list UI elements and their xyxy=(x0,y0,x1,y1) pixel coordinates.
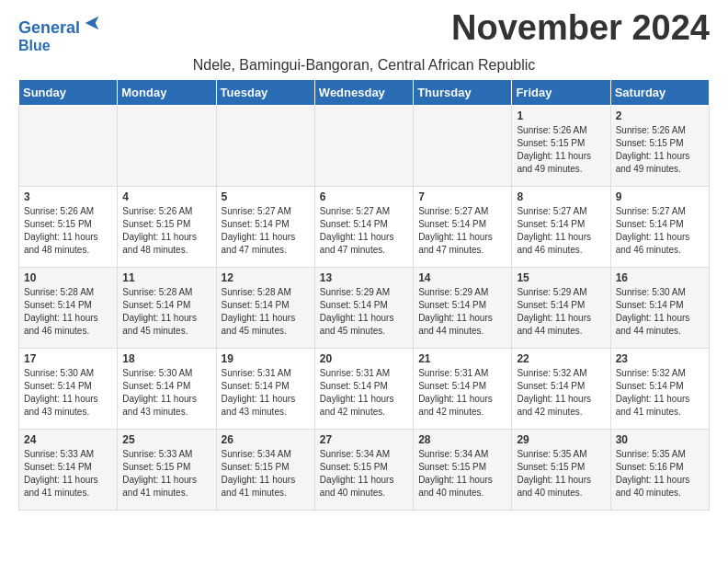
day-number: 17 xyxy=(24,352,112,365)
day-cell: 12Sunrise: 5:28 AM Sunset: 5:14 PM Dayli… xyxy=(216,268,314,349)
month-title: November 2024 xyxy=(451,9,710,48)
day-info: Sunrise: 5:33 AM Sunset: 5:15 PM Dayligh… xyxy=(122,448,210,500)
day-number: 1 xyxy=(517,109,605,122)
day-info: Sunrise: 5:35 AM Sunset: 5:16 PM Dayligh… xyxy=(616,448,704,500)
day-number: 26 xyxy=(222,433,310,446)
day-info: Sunrise: 5:29 AM Sunset: 5:14 PM Dayligh… xyxy=(517,286,605,338)
day-number: 20 xyxy=(320,352,408,365)
day-number: 5 xyxy=(222,190,310,203)
day-info: Sunrise: 5:31 AM Sunset: 5:14 PM Dayligh… xyxy=(418,367,506,419)
day-cell: 28Sunrise: 5:34 AM Sunset: 5:15 PM Dayli… xyxy=(414,430,512,511)
calendar-header: Sunday Monday Tuesday Wednesday Thursday… xyxy=(19,80,710,106)
day-number: 6 xyxy=(320,190,408,203)
header-row: Sunday Monday Tuesday Wednesday Thursday… xyxy=(19,80,710,106)
logo-arrow-icon xyxy=(82,13,102,33)
day-number: 19 xyxy=(222,352,310,365)
day-number: 25 xyxy=(122,433,210,446)
day-cell: 27Sunrise: 5:34 AM Sunset: 5:15 PM Dayli… xyxy=(314,430,413,511)
day-info: Sunrise: 5:32 AM Sunset: 5:14 PM Dayligh… xyxy=(616,367,704,419)
day-info: Sunrise: 5:31 AM Sunset: 5:14 PM Dayligh… xyxy=(320,367,408,419)
day-cell xyxy=(216,106,314,187)
day-number: 4 xyxy=(122,190,210,203)
day-cell xyxy=(19,106,118,187)
day-info: Sunrise: 5:27 AM Sunset: 5:14 PM Dayligh… xyxy=(222,205,310,257)
day-info: Sunrise: 5:29 AM Sunset: 5:14 PM Dayligh… xyxy=(418,286,506,338)
day-number: 29 xyxy=(517,433,605,446)
week-row-0: 1Sunrise: 5:26 AM Sunset: 5:15 PM Daylig… xyxy=(19,106,710,187)
day-info: Sunrise: 5:28 AM Sunset: 5:14 PM Dayligh… xyxy=(24,286,112,338)
svg-marker-0 xyxy=(85,17,99,30)
day-cell: 6Sunrise: 5:27 AM Sunset: 5:14 PM Daylig… xyxy=(314,187,413,268)
day-number: 28 xyxy=(418,433,506,446)
calendar-table: Sunday Monday Tuesday Wednesday Thursday… xyxy=(18,79,710,511)
day-cell: 30Sunrise: 5:35 AM Sunset: 5:16 PM Dayli… xyxy=(610,430,709,511)
day-cell: 19Sunrise: 5:31 AM Sunset: 5:14 PM Dayli… xyxy=(216,349,314,430)
day-info: Sunrise: 5:34 AM Sunset: 5:15 PM Dayligh… xyxy=(418,448,506,500)
day-info: Sunrise: 5:33 AM Sunset: 5:14 PM Dayligh… xyxy=(24,448,112,500)
day-cell: 7Sunrise: 5:27 AM Sunset: 5:14 PM Daylig… xyxy=(414,187,512,268)
day-cell: 21Sunrise: 5:31 AM Sunset: 5:14 PM Dayli… xyxy=(414,349,512,430)
day-cell: 2Sunrise: 5:26 AM Sunset: 5:15 PM Daylig… xyxy=(610,106,709,187)
day-info: Sunrise: 5:30 AM Sunset: 5:14 PM Dayligh… xyxy=(122,367,210,419)
day-cell: 17Sunrise: 5:30 AM Sunset: 5:14 PM Dayli… xyxy=(19,349,118,430)
day-number: 18 xyxy=(122,352,210,365)
day-info: Sunrise: 5:26 AM Sunset: 5:15 PM Dayligh… xyxy=(616,124,704,176)
day-number: 7 xyxy=(418,190,506,203)
day-info: Sunrise: 5:27 AM Sunset: 5:14 PM Dayligh… xyxy=(517,205,605,257)
day-cell: 25Sunrise: 5:33 AM Sunset: 5:15 PM Dayli… xyxy=(118,430,216,511)
col-saturday: Saturday xyxy=(610,80,709,106)
day-number: 24 xyxy=(24,433,112,446)
day-cell xyxy=(118,106,216,187)
day-number: 27 xyxy=(320,433,408,446)
day-info: Sunrise: 5:30 AM Sunset: 5:14 PM Dayligh… xyxy=(616,286,704,338)
day-number: 14 xyxy=(418,271,506,284)
day-info: Sunrise: 5:27 AM Sunset: 5:14 PM Dayligh… xyxy=(616,205,704,257)
col-tuesday: Tuesday xyxy=(216,80,314,106)
calendar-body: 1Sunrise: 5:26 AM Sunset: 5:15 PM Daylig… xyxy=(19,106,710,511)
day-cell: 15Sunrise: 5:29 AM Sunset: 5:14 PM Dayli… xyxy=(512,268,610,349)
day-cell: 24Sunrise: 5:33 AM Sunset: 5:14 PM Dayli… xyxy=(19,430,118,511)
day-number: 23 xyxy=(616,352,704,365)
day-info: Sunrise: 5:28 AM Sunset: 5:14 PM Dayligh… xyxy=(222,286,310,338)
day-info: Sunrise: 5:28 AM Sunset: 5:14 PM Dayligh… xyxy=(122,286,210,338)
day-info: Sunrise: 5:27 AM Sunset: 5:14 PM Dayligh… xyxy=(418,205,506,257)
week-row-1: 3Sunrise: 5:26 AM Sunset: 5:15 PM Daylig… xyxy=(19,187,710,268)
day-cell: 23Sunrise: 5:32 AM Sunset: 5:14 PM Dayli… xyxy=(610,349,709,430)
week-row-2: 10Sunrise: 5:28 AM Sunset: 5:14 PM Dayli… xyxy=(19,268,710,349)
week-row-4: 24Sunrise: 5:33 AM Sunset: 5:14 PM Dayli… xyxy=(19,430,710,511)
subtitle: Ndele, Bamingui-Bangoran, Central Africa… xyxy=(18,57,710,74)
day-cell: 8Sunrise: 5:27 AM Sunset: 5:14 PM Daylig… xyxy=(512,187,610,268)
day-number: 9 xyxy=(616,190,704,203)
day-number: 2 xyxy=(616,109,704,122)
day-info: Sunrise: 5:26 AM Sunset: 5:15 PM Dayligh… xyxy=(24,205,112,257)
day-number: 16 xyxy=(616,271,704,284)
day-number: 10 xyxy=(24,271,112,284)
day-number: 22 xyxy=(517,352,605,365)
day-cell: 3Sunrise: 5:26 AM Sunset: 5:15 PM Daylig… xyxy=(19,187,118,268)
day-info: Sunrise: 5:26 AM Sunset: 5:15 PM Dayligh… xyxy=(517,124,605,176)
day-cell: 20Sunrise: 5:31 AM Sunset: 5:14 PM Dayli… xyxy=(314,349,413,430)
day-cell: 26Sunrise: 5:34 AM Sunset: 5:15 PM Dayli… xyxy=(216,430,314,511)
day-number: 8 xyxy=(517,190,605,203)
day-cell: 9Sunrise: 5:27 AM Sunset: 5:14 PM Daylig… xyxy=(610,187,709,268)
col-monday: Monday xyxy=(118,80,216,106)
day-number: 12 xyxy=(222,271,310,284)
day-info: Sunrise: 5:30 AM Sunset: 5:14 PM Dayligh… xyxy=(24,367,112,419)
week-row-3: 17Sunrise: 5:30 AM Sunset: 5:14 PM Dayli… xyxy=(19,349,710,430)
day-cell: 22Sunrise: 5:32 AM Sunset: 5:14 PM Dayli… xyxy=(512,349,610,430)
day-info: Sunrise: 5:29 AM Sunset: 5:14 PM Dayligh… xyxy=(320,286,408,338)
day-info: Sunrise: 5:27 AM Sunset: 5:14 PM Dayligh… xyxy=(320,205,408,257)
title-area: November 2024 xyxy=(451,9,710,48)
day-cell: 10Sunrise: 5:28 AM Sunset: 5:14 PM Dayli… xyxy=(19,268,118,349)
day-cell xyxy=(414,106,512,187)
day-cell: 18Sunrise: 5:30 AM Sunset: 5:14 PM Dayli… xyxy=(118,349,216,430)
day-cell: 29Sunrise: 5:35 AM Sunset: 5:15 PM Dayli… xyxy=(512,430,610,511)
day-cell: 1Sunrise: 5:26 AM Sunset: 5:15 PM Daylig… xyxy=(512,106,610,187)
day-number: 3 xyxy=(24,190,112,203)
day-cell: 16Sunrise: 5:30 AM Sunset: 5:14 PM Dayli… xyxy=(610,268,709,349)
day-number: 13 xyxy=(320,271,408,284)
day-info: Sunrise: 5:35 AM Sunset: 5:15 PM Dayligh… xyxy=(517,448,605,500)
col-thursday: Thursday xyxy=(414,80,512,106)
day-cell: 11Sunrise: 5:28 AM Sunset: 5:14 PM Dayli… xyxy=(118,268,216,349)
header: General Blue November 2024 xyxy=(18,9,710,53)
